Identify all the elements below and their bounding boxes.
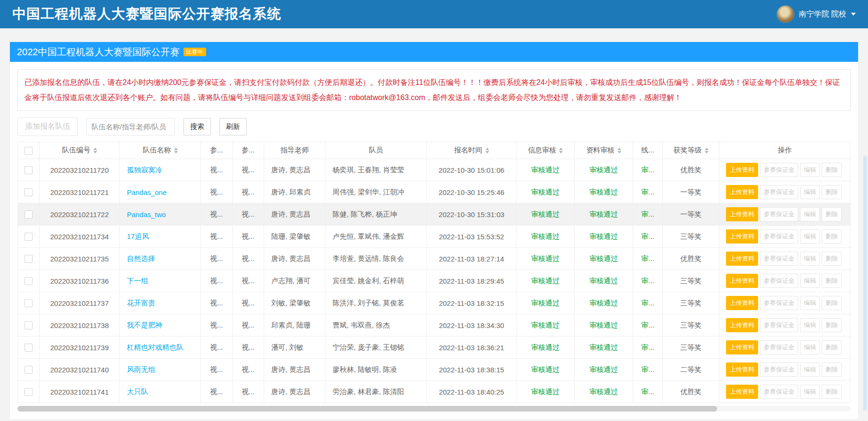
delete-button[interactable]: 删除 [822,362,842,377]
deposit-button[interactable]: 参赛保证金 [760,274,798,288]
upload-material-button[interactable]: 上传资料 [726,229,758,244]
table-row: 202203210211740风雨无组视...视...唐诗, 黄志昌廖秋林, 陆… [18,359,851,381]
row-checkbox[interactable] [25,388,33,396]
delete-button[interactable]: 删除 [822,163,842,177]
delete-button[interactable]: 删除 [822,274,842,288]
row-checkbox[interactable] [25,255,33,263]
team-name-link[interactable]: 17追风 [127,232,149,240]
column-name[interactable]: 队伍名称 [120,142,201,159]
sort-icon[interactable] [485,148,489,153]
delete-button[interactable]: 删除 [822,207,842,221]
category-cell: 视... [233,337,264,359]
user-menu[interactable]: 南宁学院 院校 [776,5,856,23]
info-audit-cell: 审核通过 [517,270,575,292]
award-cell: 三等奖 [663,292,719,314]
row-checkbox[interactable] [25,277,33,285]
team-name-link[interactable]: 我不是肥神 [127,321,162,329]
team-name-cell: 风雨无组 [120,359,201,381]
edit-button[interactable]: 编辑 [800,340,820,354]
delete-button[interactable]: 删除 [822,252,842,266]
horizontal-scrollbar[interactable] [17,406,851,412]
horizontal-scrollbar-thumb[interactable] [17,406,717,412]
edit-button[interactable]: 编辑 [800,252,820,266]
sort-icon[interactable] [559,148,563,153]
team-name-link[interactable]: 杠精也对戏精也队 [127,343,184,351]
group-cell: 视... [201,359,233,381]
refresh-button[interactable]: 刷新 [219,118,247,135]
deposit-button[interactable]: 参赛保证金 [760,340,798,354]
upload-material-button[interactable]: 上传资料 [726,185,758,199]
upload-material-button[interactable]: 上传资料 [726,252,758,266]
actions-cell: 上传资料参赛保证金编辑删除 [719,314,851,337]
sort-icon[interactable] [93,148,97,153]
deposit-button[interactable]: 参赛保证金 [760,252,798,266]
row-checkbox[interactable] [25,321,33,329]
upload-material-button[interactable]: 上传资料 [726,163,758,177]
team-name-link[interactable]: 自然选择 [127,254,155,262]
team-id-cell: 202203210211736 [40,270,120,292]
row-checkbox[interactable] [25,166,33,174]
sort-icon[interactable] [705,148,709,153]
upload-material-button[interactable]: 上传资料 [726,274,758,288]
edit-button[interactable]: 编辑 [800,274,820,288]
vertical-scrollbar[interactable] [863,156,867,411]
edit-button[interactable]: 编辑 [800,362,820,377]
column-award[interactable]: 获奖等级 [663,142,719,159]
edit-button[interactable]: 编辑 [800,229,820,244]
search-button[interactable]: 搜索 [184,118,211,135]
row-checkbox-cell [18,337,40,359]
row-checkbox[interactable] [25,210,33,219]
deposit-button[interactable]: 参赛保证金 [760,207,798,221]
upload-material-button[interactable]: 上传资料 [726,318,758,332]
row-checkbox-cell [18,270,40,292]
deposit-button[interactable]: 参赛保证金 [760,229,798,244]
deposit-button[interactable]: 参赛保证金 [760,362,798,377]
upload-material-button[interactable]: 上传资料 [726,340,758,354]
deposit-button[interactable]: 参赛保证金 [760,318,798,332]
delete-button[interactable]: 删除 [822,385,842,399]
team-name-link[interactable]: 大只队 [127,387,148,396]
deposit-button[interactable]: 参赛保证金 [760,163,798,177]
team-name-link[interactable]: 风雨无组 [127,365,155,373]
row-checkbox[interactable] [25,344,33,352]
row-checkbox[interactable] [25,366,33,374]
award-cell: 三等奖 [663,314,719,337]
delete-button[interactable]: 删除 [822,340,842,354]
row-checkbox[interactable] [25,233,33,241]
upload-material-button[interactable]: 上传资料 [726,207,758,221]
award-cell: 二等奖 [663,359,719,381]
delete-button[interactable]: 删除 [822,229,842,244]
add-team-button[interactable]: 添加报名队伍 [17,118,78,136]
edit-button[interactable]: 编辑 [800,163,820,177]
upload-material-button[interactable]: 上传资料 [726,362,758,377]
team-name-link[interactable]: Pandas_two [127,210,166,219]
deposit-button[interactable]: 参赛保证金 [760,385,798,399]
column-id[interactable]: 队伍编号 [40,142,120,159]
deposit-button[interactable]: 参赛保证金 [760,296,798,310]
row-checkbox[interactable] [25,299,33,307]
select-all-checkbox[interactable] [25,147,33,155]
column-time[interactable]: 报名时间 [427,142,517,159]
delete-button[interactable]: 删除 [822,296,842,310]
sort-icon[interactable] [174,148,178,153]
team-name-link[interactable]: 下一组 [127,277,148,285]
edit-button[interactable]: 编辑 [800,296,820,310]
row-checkbox[interactable] [25,188,33,196]
upload-material-button[interactable]: 上传资料 [726,385,758,399]
column-info_audit[interactable]: 信息审核 [517,142,575,159]
team-name-link[interactable]: 花开富贵 [127,299,155,307]
edit-button[interactable]: 编辑 [800,207,820,221]
column-material_audit[interactable]: 资料审核 [575,142,633,159]
upload-material-button[interactable]: 上传资料 [726,296,758,310]
search-input[interactable] [86,118,175,135]
deposit-button[interactable]: 参赛保证金 [760,185,798,199]
delete-button[interactable]: 删除 [822,185,842,199]
delete-button[interactable]: 删除 [822,318,842,332]
category-cell: 视... [233,159,264,181]
team-name-link[interactable]: Pandas_one [127,188,167,196]
edit-button[interactable]: 编辑 [800,185,820,199]
edit-button[interactable]: 编辑 [800,385,820,399]
sort-icon[interactable] [618,148,621,153]
team-name-link[interactable]: 孤独寂寞冷 [127,166,162,174]
edit-button[interactable]: 编辑 [800,318,820,332]
